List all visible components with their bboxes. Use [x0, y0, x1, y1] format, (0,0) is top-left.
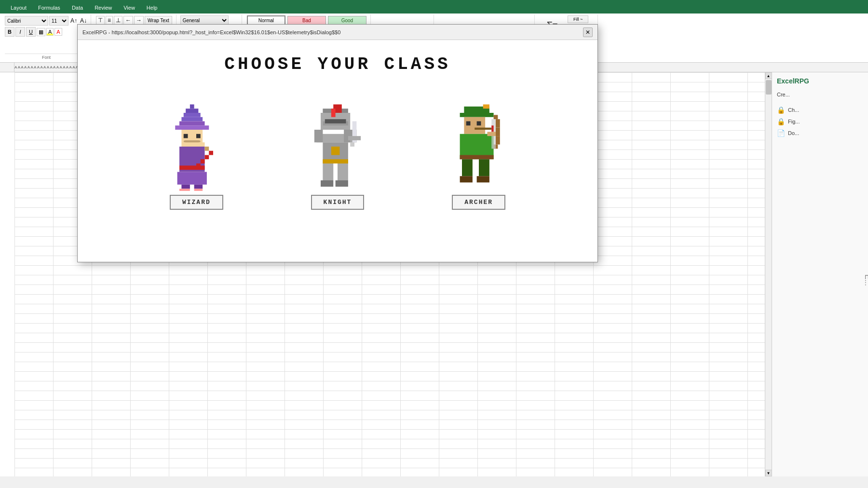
svg-rect-54 [321, 180, 333, 187]
vertical-scrollbar[interactable]: ▲ ▼ [765, 72, 772, 476]
modal-title: ExcelRPG - https://localhost:3000/popup.… [82, 29, 340, 35]
knight-btn[interactable]: KNIGHT [311, 195, 365, 210]
number-format-select[interactable]: General [180, 15, 229, 25]
svg-rect-52 [323, 163, 333, 180]
indent-inc-icon[interactable]: → [134, 16, 144, 25]
ribbon-tabs: Layout Formulas Data Review View Help [0, 0, 868, 14]
create-label: Cre... [777, 92, 790, 97]
svg-rect-42 [325, 119, 346, 123]
svg-rect-66 [479, 159, 489, 176]
svg-rect-26 [177, 172, 207, 185]
svg-rect-18 [184, 134, 188, 138]
svg-rect-32 [196, 163, 201, 168]
svg-rect-44 [314, 130, 323, 142]
sidebar-ch-label: Ch... [788, 107, 799, 113]
sidebar-item-do[interactable]: 📄 Do... [777, 127, 863, 139]
font-name-select[interactable]: Calibri [5, 16, 48, 26]
font-color-icon[interactable]: A [54, 28, 62, 36]
scroll-down-arrow[interactable]: ▼ [765, 470, 772, 476]
archer-sprite [440, 98, 517, 195]
scroll-thumb[interactable] [766, 80, 772, 95]
fill-btn[interactable]: Fill ~ [568, 15, 588, 23]
svg-rect-36 [194, 189, 203, 191]
font-group-label: Font [5, 54, 88, 60]
svg-rect-77 [487, 132, 496, 136]
align-bottom-icon[interactable]: ⊥ [114, 16, 122, 25]
sidebar-item-ch[interactable]: 🔒 Ch... [777, 104, 863, 116]
sidebar-edge-text: E... [863, 274, 868, 286]
svg-rect-56 [331, 147, 340, 155]
underline-btn[interactable]: U [26, 27, 36, 37]
sidebar-do-label: Do... [788, 130, 799, 136]
svg-rect-40 [331, 108, 336, 117]
scroll-up-arrow[interactable]: ▲ [765, 72, 772, 79]
svg-rect-59 [483, 105, 489, 109]
knight-sprite [299, 98, 376, 195]
modal-close-btn[interactable]: ✕ [583, 27, 593, 37]
font-grow-icon[interactable]: A↑ [69, 17, 78, 25]
tab-data[interactable]: Data [66, 2, 89, 14]
archer-btn[interactable]: ARCHER [452, 195, 505, 210]
svg-rect-35 [179, 189, 190, 191]
svg-rect-65 [462, 159, 473, 176]
indent-dec-icon[interactable]: ← [123, 16, 133, 25]
modal-titlebar: ExcelRPG - https://localhost:3000/popup.… [78, 25, 597, 40]
wizard-option[interactable]: WIZARD [158, 98, 235, 210]
tab-review[interactable]: Review [89, 2, 118, 14]
right-sidebar: ExcelRPG Cre... 🔒 Ch... 🔒 Fig... 📄 Do...… [772, 72, 868, 476]
svg-rect-19 [196, 134, 201, 138]
svg-rect-49 [348, 136, 361, 140]
svg-rect-53 [338, 163, 348, 180]
fill-color-icon[interactable]: A [46, 28, 54, 36]
tab-help[interactable]: Help [141, 2, 163, 14]
knight-option[interactable]: KNIGHT [299, 98, 376, 210]
svg-rect-20 [184, 140, 201, 142]
font-size-select[interactable]: 11 [49, 16, 68, 26]
modal-body: CHOOSE YOUR CLASS [78, 40, 597, 262]
lock-icon: 🔒 [777, 106, 785, 114]
border-icon[interactable]: ▦ [37, 28, 45, 36]
align-top-icon[interactable]: ⊤ [96, 16, 105, 25]
svg-rect-75 [475, 128, 491, 130]
italic-btn[interactable]: I [15, 27, 25, 37]
svg-rect-62 [476, 122, 481, 126]
svg-rect-68 [476, 176, 489, 182]
svg-rect-61 [466, 122, 470, 126]
choose-class-title: CHOOSE YOUR CLASS [97, 54, 578, 74]
tab-view[interactable]: View [118, 2, 141, 14]
modal-dialog: ExcelRPG - https://localhost:3000/popup.… [77, 24, 598, 262]
wizard-btn[interactable]: WIZARD [170, 195, 223, 210]
sidebar-item-fig[interactable]: 🔒 Fig... [777, 116, 863, 127]
wrap-text-btn[interactable]: Wrap Text [145, 16, 172, 25]
svg-rect-55 [336, 180, 348, 187]
wizard-sprite [158, 98, 235, 195]
tab-layout[interactable]: Layout [5, 2, 32, 14]
align-middle-icon[interactable]: ≡ [106, 16, 113, 25]
tab-formulas[interactable]: Formulas [32, 2, 66, 14]
svg-rect-67 [460, 176, 472, 182]
bold-btn[interactable]: B [5, 27, 14, 37]
lock2-icon: 🔒 [777, 118, 785, 125]
sidebar-title: ExcelRPG [777, 77, 863, 85]
doc-icon: 📄 [777, 129, 785, 137]
class-selection: WIZARD [97, 89, 578, 219]
font-shrink-icon[interactable]: A↓ [79, 17, 88, 25]
sidebar-fig-label: Fig... [788, 119, 800, 124]
archer-option[interactable]: ARCHER [440, 98, 517, 210]
sidebar-create[interactable]: Cre... [777, 90, 863, 99]
